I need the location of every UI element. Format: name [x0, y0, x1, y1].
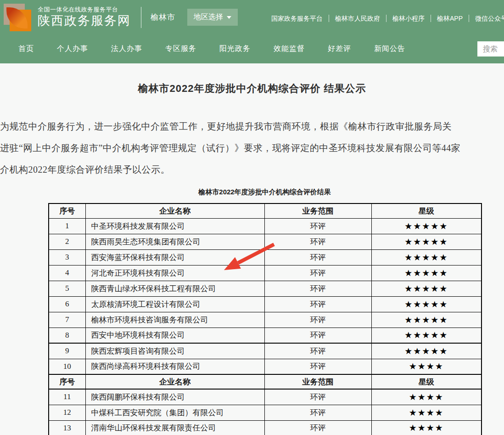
- table-row: 8 西安中地环境科技有限公司 环评 ★★★★★: [49, 328, 482, 343]
- company-name-cell: 陕西阔鹏环保科技有限公司: [85, 389, 264, 405]
- business-scope-cell: 环评: [264, 312, 371, 328]
- company-name-cell: 西安海蓝环保科技有限公司: [85, 249, 264, 265]
- search-input[interactable]: [477, 41, 504, 56]
- company-name-cell: 榆林市环境科技咨询服务有限公司: [85, 312, 264, 328]
- nav-item[interactable]: 阳光政务: [219, 44, 251, 54]
- company-name-cell: 陕西雨昊生态环境集团有限公司: [85, 234, 264, 249]
- top-link[interactable]: 榆林APP: [431, 15, 469, 22]
- platform-tagline: 全国一体化在线政务服务平台: [38, 6, 131, 13]
- site-logo[interactable]: [4, 4, 31, 31]
- star-rating-cell: ★★★★★: [371, 249, 482, 265]
- top-link[interactable]: 国家政务服务平台: [265, 15, 329, 22]
- paragraph-line: 为规范中介服务行为，进一步强化中介监管工作，更好地提升我市营商环境，根据《榆林市…: [0, 116, 504, 137]
- results-table-wrapper: 序号 企业名称 业务范围 星级 1 中圣环境科技发展有限公司 环评 ★★★★★: [48, 203, 481, 435]
- page: { "colors":{ "header_green":"#669d77", "…: [0, 0, 504, 435]
- business-scope-cell: 环评: [264, 389, 371, 405]
- star-rating-cell: ★★★★★: [371, 234, 482, 249]
- star-rating-cell: ★★★★★: [371, 296, 482, 312]
- star-rating-cell: ★★★★: [371, 405, 482, 420]
- business-scope-cell: 环评: [264, 343, 371, 359]
- company-name-cell: 陕西宏辉项目咨询有限公司: [85, 343, 264, 359]
- business-scope-cell: 环评: [264, 359, 371, 374]
- star-rating-cell: ★★★★: [371, 359, 482, 374]
- company-name-cell: 陕西尚绿高科环境科技有限公司: [85, 359, 264, 374]
- company-name-cell: 太原核清环境工程设计有限公司: [85, 296, 264, 312]
- nav-item[interactable]: 效能监督: [274, 44, 305, 54]
- star-rating-cell: ★★★★★: [371, 328, 482, 343]
- nav-item[interactable]: 新闻公告: [374, 44, 405, 54]
- table-row: 11 陕西阔鹏环保科技有限公司 环评 ★★★★: [49, 389, 482, 405]
- table-row: 12 中煤科工西安研究院（集团）有限公司 环评 ★★★★: [49, 405, 482, 420]
- row-number-cell: 5: [49, 281, 85, 296]
- table-header-section-2: 序号 企业名称 业务范围 星级: [49, 374, 482, 389]
- col-header-company: 企业名称: [85, 203, 264, 218]
- table-rows-1-10: 1 中圣环境科技发展有限公司 环评 ★★★★★ 2 陕西雨昊生态环境集团有限公司…: [49, 218, 482, 374]
- company-name-cell: 中圣环境科技发展有限公司: [85, 218, 264, 234]
- business-scope-cell: 环评: [264, 265, 371, 281]
- table-row: 3 西安海蓝环保科技有限公司 环评 ★★★★★: [49, 249, 482, 265]
- nav-item[interactable]: 好差评: [328, 44, 351, 54]
- table-row: 1 中圣环境科技发展有限公司 环评 ★★★★★: [49, 218, 482, 234]
- table-row: 13 渭南华山环保科技发展有限责任公司 环评 ★★★★: [49, 420, 482, 435]
- company-name-cell: 渭南华山环保科技发展有限责任公司: [85, 420, 264, 435]
- region-select-button[interactable]: 地区选择: [187, 9, 238, 26]
- business-scope-cell: 环评: [264, 420, 371, 435]
- company-name-cell: 西安中地环境科技有限公司: [85, 328, 264, 343]
- star-rating-cell: ★★★★★: [371, 281, 482, 296]
- col-header-no: 序号: [49, 203, 85, 218]
- nav-item[interactable]: 个人办事: [57, 44, 88, 54]
- nav-item[interactable]: 法人办事: [111, 44, 142, 54]
- row-number-cell: 10: [49, 359, 85, 374]
- row-number-cell: 2: [49, 234, 85, 249]
- star-rating-cell: ★★★★: [371, 420, 482, 435]
- company-name-cell: 陕西青山绿水环保科技工程有限公司: [85, 281, 264, 296]
- star-rating-cell: ★★★★★: [371, 265, 482, 281]
- star-rating-cell: ★★★★★: [371, 218, 482, 234]
- col-header-stars: 星级: [371, 374, 482, 389]
- col-header-stars: 星级: [371, 203, 482, 218]
- star-rating-cell: ★★★★★: [371, 343, 482, 359]
- business-scope-cell: 环评: [264, 405, 371, 420]
- table-row: 7 榆林市环境科技咨询服务有限公司 环评 ★★★★★: [49, 312, 482, 328]
- row-number-cell: 1: [49, 218, 85, 234]
- announcement-paragraph: 为规范中介服务行为，进一步强化中介监管工作，更好地提升我市营商环境，根据《榆林市…: [0, 116, 504, 181]
- paragraph-line: 进驻“网上中介服务超市”中介机构考评管理规定（试行）》要求，现将评定的中圣环境科…: [0, 137, 504, 159]
- star-rating-cell: ★★★★: [371, 389, 482, 405]
- col-header-scope: 业务范围: [264, 374, 371, 389]
- table-caption: 榆林市2022年度涉批中介机构综合评价结果: [48, 188, 481, 197]
- table-rows-11-13: 11 陕西阔鹏环保科技有限公司 环评 ★★★★ 12 中煤科工西安研究院（集团）…: [49, 389, 482, 435]
- table-row: 4 河北奇正环境科技有限公司 环评 ★★★★★: [49, 265, 482, 281]
- row-number-cell: 13: [49, 420, 85, 435]
- top-link[interactable]: 榆林市人民政府: [329, 15, 386, 22]
- top-header-bar: 全国一体化在线政务服务平台 陕西政务服务网 榆林市 地区选择 国家政务服务平台榆…: [0, 0, 504, 34]
- col-header-company: 企业名称: [85, 374, 264, 389]
- table-header-section-1: 序号 企业名称 业务范围 星级: [49, 203, 482, 218]
- table-row: 6 太原核清环境工程设计有限公司 环评 ★★★★★: [49, 296, 482, 312]
- header-row: 序号 企业名称 业务范围 星级: [49, 203, 482, 218]
- region-select-label: 地区选择: [194, 12, 223, 22]
- site-brand[interactable]: 全国一体化在线政务服务平台 陕西政务服务网: [38, 6, 131, 29]
- row-number-cell: 7: [49, 312, 85, 328]
- brand-divider: [141, 7, 141, 28]
- company-name-cell: 河北奇正环境科技有限公司: [85, 265, 264, 281]
- nav-item[interactable]: 首页: [18, 44, 34, 54]
- row-number-cell: 6: [49, 296, 85, 312]
- business-scope-cell: 环评: [264, 296, 371, 312]
- table-row: 10 陕西尚绿高科环境科技有限公司 环评 ★★★★: [49, 359, 482, 374]
- row-number-cell: 3: [49, 249, 85, 265]
- company-name-cell: 中煤科工西安研究院（集团）有限公司: [85, 405, 264, 420]
- results-table: 序号 企业名称 业务范围 星级 1 中圣环境科技发展有限公司 环评 ★★★★★: [48, 203, 482, 435]
- top-link[interactable]: 榆林小程序: [386, 15, 431, 22]
- nav-item[interactable]: 专区服务: [165, 44, 196, 54]
- row-number-cell: 4: [49, 265, 85, 281]
- main-navigation: 首页个人办事法人办事专区服务阳光政务效能监督好差评新闻公告: [0, 34, 504, 63]
- row-number-cell: 11: [49, 389, 85, 405]
- top-link[interactable]: 微信公众号: [469, 15, 504, 22]
- current-city-label: 榆林市: [151, 12, 175, 23]
- business-scope-cell: 环评: [264, 249, 371, 265]
- table-row: 9 陕西宏辉项目咨询有限公司 环评 ★★★★★: [49, 343, 482, 359]
- top-links: 国家政务服务平台榆林市人民政府榆林小程序榆林APP微信公众号: [265, 15, 504, 22]
- star-rating-cell: ★★★★★: [371, 312, 482, 328]
- page-title: 榆林市2022年度涉批中介机构综合评价 结果公示: [0, 82, 504, 96]
- row-number-cell: 12: [49, 405, 85, 420]
